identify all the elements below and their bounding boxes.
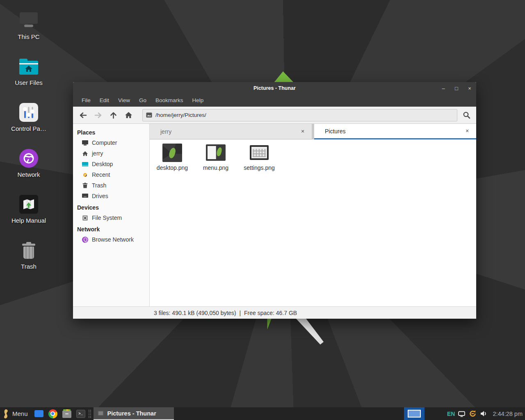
home-folder-icon xyxy=(19,61,38,75)
laptop-icon xyxy=(20,12,38,29)
sidebar-item-recent[interactable]: Recent xyxy=(73,169,149,180)
home-icon xyxy=(125,112,132,119)
path-text: /home/jerry/Pictures/ xyxy=(155,112,206,118)
menubar: File Edit View Go Bookmarks Help xyxy=(73,94,476,107)
active-workspace[interactable] xyxy=(408,410,421,418)
desktop-icon-label: This PC xyxy=(18,33,39,40)
menu-png-thumbnail xyxy=(206,144,226,161)
drives-icon xyxy=(82,194,89,199)
sidebar-item-jerry[interactable]: jerry xyxy=(73,148,149,159)
tab-close-icon[interactable]: ✕ xyxy=(299,129,306,134)
trash-icon xyxy=(82,183,89,188)
sidebar-header-places: Places xyxy=(73,128,149,137)
desktop-icon xyxy=(82,162,89,167)
system-tray: EN 2:44:28 pm xyxy=(447,409,525,418)
clock[interactable]: 2:44:28 pm xyxy=(493,411,523,417)
titlebar[interactable]: Pictures - Thunar – □ × xyxy=(73,82,476,94)
menu-go[interactable]: Go xyxy=(135,94,151,107)
forward-button[interactable] xyxy=(91,109,106,122)
desktop-icon-label: Help Manual xyxy=(11,217,46,224)
image-icon xyxy=(146,112,152,118)
file-desktop-png[interactable]: desktop.png xyxy=(152,143,192,171)
filesystem-icon xyxy=(82,215,89,221)
up-icon xyxy=(110,112,117,119)
sidebar-item-computer[interactable]: Computer xyxy=(73,137,149,148)
taskbar-task-thunar[interactable]: Pictures - Thunar xyxy=(94,407,174,420)
chrome-launcher-icon[interactable] xyxy=(48,409,57,418)
file-name: settings.png xyxy=(244,164,275,171)
desktop-icon-control-panel[interactable]: Control Pa… xyxy=(0,103,57,132)
thunar-task-icon xyxy=(98,411,104,416)
minimize-button[interactable]: – xyxy=(437,82,450,94)
tab-pictures[interactable]: Pictures ✕ xyxy=(314,124,476,139)
sidebar-item-browse-network[interactable]: Browse Network xyxy=(73,234,149,245)
back-icon xyxy=(79,112,87,119)
file-settings-png[interactable]: settings.png xyxy=(239,143,279,171)
desktop-icon-user-files[interactable]: User Files xyxy=(0,57,57,86)
task-label: Pictures - Thunar xyxy=(107,410,156,417)
up-button[interactable] xyxy=(106,109,121,122)
menu-view[interactable]: View xyxy=(114,94,135,107)
menu-bookmarks[interactable]: Bookmarks xyxy=(151,94,188,107)
sidebar-item-file-system[interactable]: File System xyxy=(73,212,149,223)
tasklist-drag-handle[interactable] xyxy=(89,410,91,418)
thunar-window: Pictures - Thunar – □ × File Edit View G… xyxy=(73,82,476,319)
file-name: desktop.png xyxy=(157,164,188,171)
desktop-icon-column: This PC User Files Control Pa… xyxy=(0,11,57,270)
network-globe-icon xyxy=(19,149,38,168)
desktop-icon-label: Network xyxy=(17,171,40,178)
file-cabinet-launcher-icon[interactable] xyxy=(62,410,71,418)
home-button[interactable] xyxy=(121,109,136,122)
recent-clock-icon xyxy=(82,173,89,177)
desktop-icon-label: Control Pa… xyxy=(11,125,46,132)
workspace-switcher[interactable] xyxy=(404,407,425,420)
desktop-icon-network[interactable]: Network xyxy=(0,148,57,178)
sidebar-item-drives[interactable]: Drives xyxy=(73,191,149,201)
update-manager-icon[interactable] xyxy=(468,409,477,418)
sidebar: Places Computer jerry Desktop Recent xyxy=(73,124,150,306)
sidebar-item-desktop[interactable]: Desktop xyxy=(73,159,149,169)
network-globe-icon xyxy=(82,237,89,243)
desktop-png-thumbnail xyxy=(162,144,182,162)
desktop-icon-help-manual[interactable]: Help Manual xyxy=(0,194,57,224)
forward-icon xyxy=(94,112,102,119)
search-button[interactable] xyxy=(459,109,474,122)
menu-edit[interactable]: Edit xyxy=(95,94,114,107)
wallpaper-green-peak xyxy=(274,71,294,82)
start-menu-button[interactable]: Menu xyxy=(12,410,28,417)
sidebar-item-trash[interactable]: Trash xyxy=(73,180,149,191)
window-controls: – □ × xyxy=(437,82,476,94)
file-view[interactable]: desktop.png menu.png settings.png xyxy=(150,139,476,306)
desktop-icon-label: Trash xyxy=(21,263,37,270)
path-bar[interactable]: /home/jerry/Pictures/ xyxy=(142,109,457,121)
main-pane: jerry ✕ Pictures ✕ desktop.png menu.png xyxy=(150,124,476,306)
status-bar: 3 files: 490.1 kB (490,050 bytes) | Free… xyxy=(73,306,476,319)
keyboard-layout-indicator[interactable]: EN xyxy=(447,411,455,417)
maximize-button[interactable]: □ xyxy=(450,82,463,94)
tab-jerry[interactable]: jerry ✕ xyxy=(150,124,312,139)
sidebar-header-devices: Devices xyxy=(73,203,149,212)
desktop-icon-this-pc[interactable]: This PC xyxy=(0,11,57,40)
sidebar-header-network: Network xyxy=(73,224,149,234)
back-button[interactable] xyxy=(75,109,91,122)
computer-icon xyxy=(82,140,89,146)
tab-close-icon[interactable]: ✕ xyxy=(464,128,470,134)
files-launcher-icon[interactable] xyxy=(34,410,43,417)
file-menu-png[interactable]: menu.png xyxy=(196,143,236,171)
window-title: Pictures - Thunar xyxy=(73,85,476,91)
start-menu-logo-icon[interactable] xyxy=(2,409,9,419)
menu-help[interactable]: Help xyxy=(188,94,208,107)
close-button[interactable]: × xyxy=(463,82,476,94)
tab-bar: jerry ✕ Pictures ✕ xyxy=(150,124,476,139)
volume-icon[interactable] xyxy=(480,410,487,417)
control-panel-icon xyxy=(19,103,38,122)
menu-file[interactable]: File xyxy=(77,94,95,107)
terminal-launcher-icon[interactable]: >_ xyxy=(76,410,85,418)
file-name: menu.png xyxy=(203,164,228,171)
display-tray-icon[interactable] xyxy=(458,411,466,417)
desktop-icon-trash[interactable]: Trash xyxy=(0,240,57,270)
home-icon xyxy=(82,151,89,156)
desktop-icon-label: User Files xyxy=(15,79,43,86)
status-text: 3 files: 490.1 kB (490,050 bytes) | Free… xyxy=(154,310,297,316)
trash-icon xyxy=(22,241,36,259)
